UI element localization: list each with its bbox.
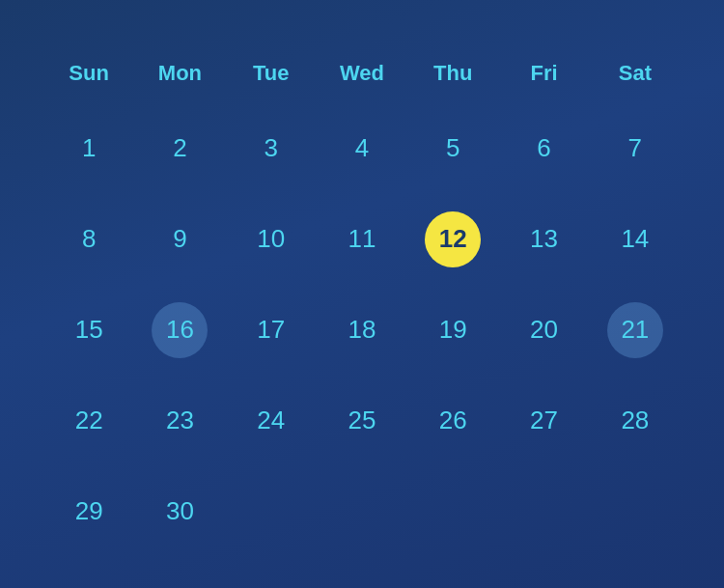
- day-cell: [317, 466, 407, 557]
- calendar: SunMonTueWedThuFriSat1234567891011121314…: [14, 3, 710, 586]
- day-cell[interactable]: 17: [226, 285, 317, 376]
- day-cell[interactable]: 25: [317, 376, 407, 466]
- day-cell[interactable]: 15: [43, 285, 134, 376]
- day-cell[interactable]: 29: [43, 466, 134, 557]
- day-header-wed: Wed: [317, 51, 407, 103]
- day-cell[interactable]: 9: [134, 194, 225, 285]
- prev-month-button[interactable]: [53, 22, 82, 32]
- day-cell[interactable]: 4: [317, 103, 407, 194]
- day-cell[interactable]: 27: [498, 376, 589, 466]
- day-cell: [226, 466, 317, 557]
- day-header-fri: Fri: [498, 51, 589, 103]
- day-header-sat: Sat: [590, 51, 681, 103]
- day-header-thu: Thu: [407, 51, 498, 103]
- day-cell[interactable]: 2: [134, 103, 225, 194]
- day-cell[interactable]: 6: [498, 103, 589, 194]
- day-header-mon: Mon: [134, 51, 225, 103]
- day-cell[interactable]: 13: [498, 194, 589, 285]
- day-cell: [590, 466, 681, 557]
- day-cell[interactable]: 30: [134, 466, 225, 557]
- day-cell[interactable]: 10: [226, 194, 317, 285]
- day-cell: [407, 466, 498, 557]
- day-cell[interactable]: 5: [407, 103, 498, 194]
- day-cell[interactable]: 28: [590, 376, 681, 466]
- day-cell[interactable]: 20: [498, 285, 589, 376]
- day-cell[interactable]: 22: [43, 376, 134, 466]
- day-cell: [498, 466, 589, 557]
- day-cell[interactable]: 19: [407, 285, 498, 376]
- day-cell[interactable]: 14: [590, 194, 681, 285]
- day-cell[interactable]: 21: [590, 285, 681, 376]
- day-cell[interactable]: 26: [407, 376, 498, 466]
- day-cell[interactable]: 1: [43, 103, 134, 194]
- day-header-tue: Tue: [226, 51, 317, 103]
- day-cell[interactable]: 12: [407, 194, 498, 285]
- day-cell[interactable]: 7: [590, 103, 681, 194]
- calendar-grid: SunMonTueWedThuFriSat1234567891011121314…: [43, 51, 681, 557]
- day-cell[interactable]: 23: [134, 376, 225, 466]
- day-cell[interactable]: 24: [226, 376, 317, 466]
- day-header-sun: Sun: [43, 51, 134, 103]
- day-cell[interactable]: 11: [317, 194, 407, 285]
- day-cell[interactable]: 18: [317, 285, 407, 376]
- day-cell[interactable]: 16: [134, 285, 225, 376]
- calendar-header: [43, 22, 681, 32]
- next-month-button[interactable]: [642, 22, 671, 32]
- day-cell[interactable]: 8: [43, 194, 134, 285]
- day-cell[interactable]: 3: [226, 103, 317, 194]
